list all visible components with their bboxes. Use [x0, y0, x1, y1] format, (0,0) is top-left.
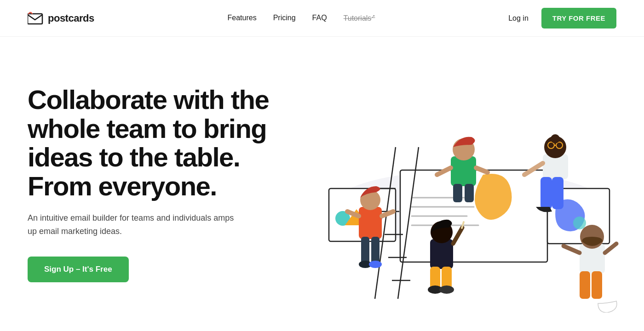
- svg-rect-54: [580, 271, 590, 299]
- logo-text: postcards: [48, 12, 94, 24]
- svg-rect-33: [453, 184, 462, 202]
- hero-subtitle: An intuitive email builder for teams and…: [28, 211, 239, 238]
- svg-rect-23: [361, 237, 369, 264]
- nav-features[interactable]: Features: [228, 14, 257, 22]
- logo-icon: [28, 12, 44, 25]
- svg-rect-55: [592, 271, 602, 299]
- nav-right: Log in TRY FOR FREE: [508, 8, 616, 29]
- signup-button[interactable]: Sign Up – It's Free: [28, 257, 129, 282]
- svg-rect-24: [371, 237, 380, 264]
- svg-rect-41: [540, 177, 552, 209]
- hero-content: Collaborate with the whole team to bring…: [28, 86, 281, 282]
- svg-line-56: [605, 244, 616, 253]
- hero-title: Collaborate with the whole team to bring…: [28, 86, 281, 201]
- svg-rect-0: [28, 14, 42, 24]
- hero-section: Collaborate with the whole team to bring…: [0, 37, 644, 331]
- svg-point-40: [551, 134, 560, 143]
- svg-line-57: [564, 246, 580, 253]
- svg-rect-34: [465, 184, 474, 202]
- svg-point-26: [369, 261, 382, 268]
- logo[interactable]: postcards: [28, 12, 94, 25]
- svg-rect-44: [430, 239, 453, 269]
- hero-illustration: [281, 37, 616, 331]
- svg-rect-21: [359, 207, 382, 239]
- svg-rect-42: [552, 177, 564, 209]
- nav-links: Features Pricing FAQ Tutorials↗: [228, 14, 375, 23]
- team-illustration: [276, 55, 626, 313]
- svg-point-13: [573, 217, 586, 229]
- nav-faq[interactable]: FAQ: [312, 14, 327, 22]
- login-link[interactable]: Log in: [508, 14, 529, 23]
- navigation: postcards Features Pricing FAQ Tutorials…: [0, 0, 644, 37]
- svg-point-49: [439, 285, 454, 294]
- nav-pricing[interactable]: Pricing: [273, 14, 296, 22]
- nav-tutorials[interactable]: Tutorials↗: [344, 14, 375, 22]
- try-for-free-button[interactable]: TRY FOR FREE: [541, 8, 616, 29]
- svg-rect-29: [451, 156, 476, 186]
